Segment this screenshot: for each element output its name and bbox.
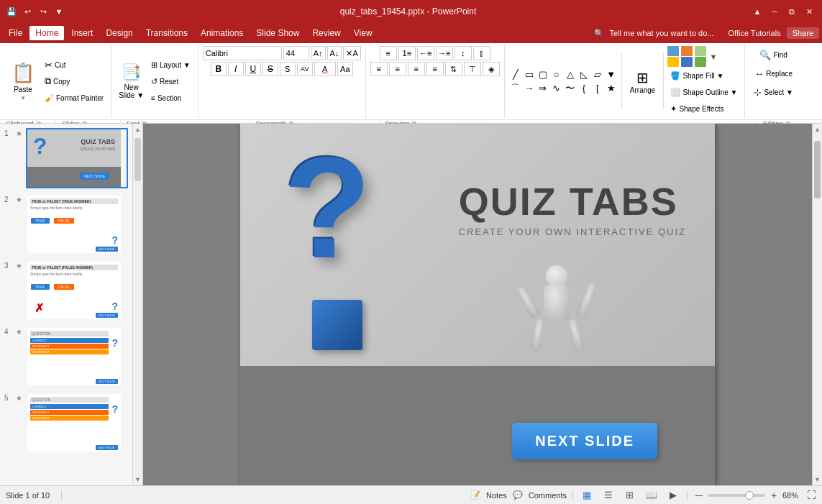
line-shape[interactable]: ╱ (509, 68, 522, 81)
format-painter-button[interactable]: 🖌Format Painter (42, 90, 106, 106)
shape-effects-button[interactable]: ✦ Shape Effects (667, 101, 740, 116)
smartart-button[interactable]: ◈ (483, 62, 500, 76)
menu-transitions[interactable]: Transitions (140, 26, 193, 40)
slide-panel-scrollbar[interactable]: ▲ ▼ (133, 124, 143, 485)
font-name-input[interactable] (203, 46, 282, 60)
numbering-button[interactable]: 1≡ (398, 46, 416, 60)
menu-home[interactable]: Home (29, 26, 64, 40)
menu-design[interactable]: Design (100, 26, 138, 40)
slide-sorter-button[interactable]: ⊞ (622, 487, 638, 503)
slide-thumb-5[interactable]: 5 ★ QUESTION CORRECT INCORRECT INCORRECT… (3, 391, 129, 454)
save-icon[interactable]: 💾 (6, 6, 17, 17)
menu-review[interactable]: Review (306, 26, 346, 40)
align-right[interactable]: ≡ (408, 62, 425, 76)
zoom-thumb[interactable] (745, 491, 754, 500)
arrow2-shape[interactable]: ⇒ (536, 82, 549, 95)
replace-button[interactable]: ↔ Replace (750, 65, 797, 82)
align-text[interactable]: ⊤ (464, 62, 481, 76)
font-size-increase[interactable]: A↑ (311, 46, 326, 60)
curve-shape[interactable]: ∿ (550, 82, 563, 95)
bold-button[interactable]: B (211, 62, 227, 76)
slide-thumb-1[interactable]: 1 ★ ? QUIZ TABS CREATE YOUR OWN NEXT SLI… (3, 127, 129, 190)
slide-image-5[interactable]: QUESTION CORRECT INCORRECT INCORRECT ? N… (26, 393, 128, 453)
canvas-right-scrollbar[interactable]: ▲ ▼ (812, 124, 822, 485)
zoom-minus-button[interactable]: ─ (693, 490, 705, 501)
menu-file[interactable]: File (3, 26, 28, 40)
star-shape[interactable]: ★ (605, 82, 618, 95)
undo-icon[interactable]: ↩ (22, 6, 33, 17)
slide-image-2[interactable]: TRUE or FALSE? (TRUE ANSWER) Simply type… (26, 194, 128, 255)
normal-view-button[interactable]: ▦ (579, 487, 595, 503)
strikethrough-button[interactable]: S (262, 62, 278, 76)
scroll-track[interactable] (133, 135, 142, 474)
text-shadow-button[interactable]: S (280, 62, 296, 76)
scroll-up-arrow[interactable]: ▲ (132, 124, 143, 135)
menu-slideshow[interactable]: Slide Show (250, 26, 305, 40)
slide-thumb-4[interactable]: 4 ★ QUESTION CORRECT INCORRECT INCORRECT… (3, 325, 129, 388)
arrow-shape[interactable]: → (523, 82, 536, 95)
next-slide-button[interactable]: NEXT SLIDE (512, 423, 657, 459)
office-tutorials-link[interactable]: Office Tutorials (728, 29, 780, 37)
new-slide-button[interactable]: 📑 NewSlide ▼ (116, 61, 147, 101)
triangle-shape[interactable]: △ (564, 68, 577, 81)
right-triangle-shape[interactable]: ◺ (577, 68, 590, 81)
canvas-scroll-track[interactable] (813, 135, 822, 474)
slide-image-1[interactable]: ? QUIZ TABS CREATE YOUR OWN NEXT SLIDE (26, 128, 128, 188)
menu-view[interactable]: View (348, 26, 378, 40)
font-color-button[interactable]: A (314, 62, 336, 76)
rect-shape[interactable]: ▭ (523, 68, 536, 81)
share-button[interactable]: Share (787, 27, 819, 39)
italic-button[interactable]: I (228, 62, 244, 76)
scroll-thumb[interactable] (134, 138, 141, 181)
arc-shape[interactable]: ⌒ (509, 82, 522, 95)
shape-outline-button[interactable]: ⬜ Shape Outline ▼ (667, 84, 740, 100)
scroll-down-arrow[interactable]: ▼ (132, 474, 143, 485)
brace-shape[interactable]: { (577, 82, 590, 95)
align-left[interactable]: ≡ (370, 62, 388, 76)
arrange-button[interactable]: ⊞ Arrange (626, 61, 660, 101)
oval-shape[interactable]: ○ (550, 68, 563, 81)
slideshow-button[interactable]: ▶ (665, 487, 681, 503)
menu-search[interactable]: Tell me what you want to do... (610, 29, 714, 37)
text-direction[interactable]: ⇅ (445, 62, 462, 76)
copy-button[interactable]: ⧉Copy (42, 73, 106, 89)
more-shapes[interactable]: ▼ (605, 68, 618, 81)
fit-window-icon[interactable]: ⛶ (807, 490, 816, 500)
reset-button[interactable]: ↺Reset (148, 73, 193, 89)
outline-view-button[interactable]: ☰ (600, 487, 616, 503)
zoom-slider[interactable] (708, 494, 765, 497)
comments-button[interactable]: Comments (529, 491, 567, 500)
increase-indent[interactable]: →≡ (436, 46, 453, 60)
canvas-scroll-down[interactable]: ▼ (812, 474, 822, 485)
rounded-rect-shape[interactable]: ▢ (536, 68, 549, 81)
menu-animations[interactable]: Animations (195, 26, 249, 40)
slide-thumb-2[interactable]: 2 ★ TRUE or FALSE? (TRUE ANSWER) Simply … (3, 193, 129, 256)
columns-button[interactable]: ⫿ (473, 46, 490, 60)
bullets-button[interactable]: ≡ (380, 46, 397, 60)
font-size-decrease[interactable]: A↓ (327, 46, 342, 60)
clear-formatting[interactable]: ✕A (343, 46, 360, 60)
notes-button[interactable]: Notes (486, 491, 507, 500)
decrease-indent[interactable]: ←≡ (417, 46, 434, 60)
parallelogram-shape[interactable]: ▱ (591, 68, 604, 81)
minimize-button[interactable]: ─ (767, 4, 782, 19)
slide-image-3[interactable]: TRUE or FALSE? (FALSE ANSWER) Simply typ… (26, 260, 128, 321)
customize-icon[interactable]: ▼ (53, 6, 65, 17)
restore-button[interactable]: ⧉ (785, 4, 799, 19)
paste-button[interactable]: 📋 Paste ▼ (7, 61, 39, 101)
line-spacing-button[interactable]: ↕ (455, 46, 472, 60)
redo-icon[interactable]: ↪ (37, 6, 49, 17)
align-justify[interactable]: ≡ (426, 62, 444, 76)
char-spacing-button[interactable]: AV (297, 62, 313, 76)
zoom-plus-button[interactable]: + (768, 490, 780, 501)
close-button[interactable]: ✕ (802, 4, 816, 19)
font-size-btn2[interactable]: Aa (337, 62, 353, 76)
ribbon-toggle-icon[interactable]: ▲ (752, 6, 763, 17)
cut-button[interactable]: ✂Cut (42, 57, 106, 73)
slide-thumb-3[interactable]: 3 ★ TRUE or FALSE? (FALSE ANSWER) Simply… (3, 259, 129, 322)
reading-view-button[interactable]: 📖 (644, 487, 659, 503)
menu-insert[interactable]: Insert (65, 26, 99, 40)
section-button[interactable]: ≡Section (148, 90, 193, 106)
find-button[interactable]: 🔍 Find (755, 46, 791, 63)
wave-shape[interactable]: 〜 (564, 82, 577, 95)
